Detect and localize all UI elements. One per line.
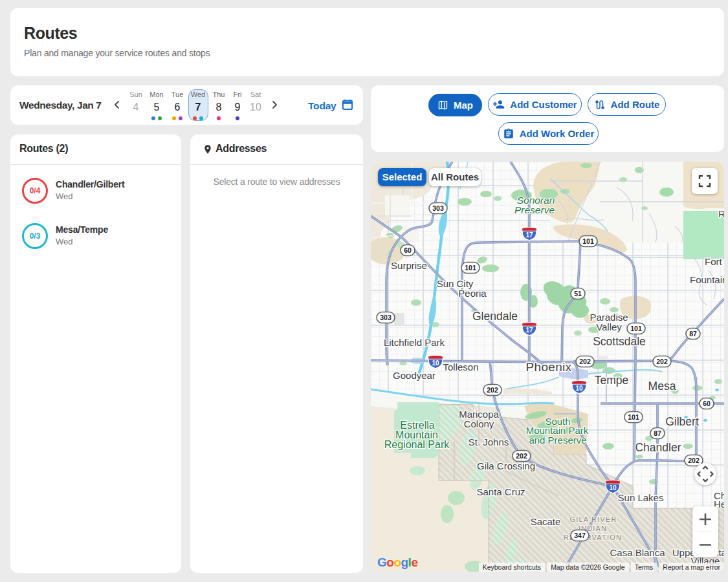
svg-text:St. Johns: St. Johns [469, 436, 509, 447]
svg-text:and Preserve: and Preserve [529, 435, 586, 446]
svg-text:Tempe: Tempe [595, 374, 629, 387]
svg-text:Chandler: Chandler [635, 441, 681, 454]
svg-text:202: 202 [656, 358, 668, 365]
svg-text:202: 202 [487, 386, 498, 394]
svg-text:60: 60 [404, 246, 412, 254]
svg-text:Sun Lakes: Sun Lakes [618, 492, 664, 503]
svg-text:Sacate: Sacate [531, 516, 561, 527]
svg-text:GILA RIVER: GILA RIVER [569, 515, 617, 523]
svg-text:Mesa: Mesa [648, 380, 676, 393]
svg-text:101: 101 [628, 413, 639, 421]
svg-text:10: 10 [432, 360, 439, 367]
svg-text:Litchfield Park: Litchfield Park [384, 337, 445, 348]
svg-text:Glendale: Glendale [472, 310, 518, 323]
svg-text:Colony: Colony [464, 418, 494, 429]
svg-text:Peoria: Peoria [458, 288, 487, 299]
svg-text:101: 101 [582, 237, 594, 245]
svg-text:303: 303 [380, 314, 392, 321]
svg-text:87: 87 [654, 429, 661, 437]
svg-text:Phoenix: Phoenix [526, 360, 572, 374]
svg-text:Surprise: Surprise [391, 260, 427, 271]
svg-text:Gila Crossing: Gila Crossing [477, 460, 535, 471]
svg-text:Gilbert: Gilbert [665, 415, 699, 428]
svg-text:Valley: Valley [596, 321, 622, 332]
svg-text:Casa Blanca: Casa Blanca [610, 547, 665, 558]
svg-text:Fountain Hills: Fountain Hills [690, 274, 724, 285]
svg-text:Goodyear: Goodyear [393, 370, 436, 381]
svg-text:101: 101 [465, 264, 476, 272]
svg-text:Fort McDowell: Fort McDowell [705, 256, 724, 267]
svg-text:10: 10 [575, 385, 583, 392]
svg-text:Rio Verde: Rio Verde [718, 208, 724, 219]
svg-text:Scottsdale: Scottsdale [593, 335, 646, 348]
svg-text:347: 347 [574, 532, 586, 539]
svg-text:17: 17 [525, 327, 533, 334]
svg-text:101: 101 [630, 325, 642, 332]
svg-text:51: 51 [574, 290, 582, 297]
svg-text:87: 87 [689, 330, 697, 338]
svg-text:10: 10 [609, 484, 617, 491]
svg-text:202: 202 [516, 452, 527, 460]
svg-text:Tolleson: Tolleson [443, 361, 478, 372]
svg-text:Regional Park: Regional Park [384, 439, 450, 450]
svg-text:17: 17 [525, 232, 533, 239]
svg-text:60: 60 [703, 400, 711, 407]
svg-text:303: 303 [432, 204, 444, 212]
svg-text:202: 202 [579, 358, 591, 365]
svg-text:Santa Cruz: Santa Cruz [476, 486, 525, 497]
svg-text:Preserve: Preserve [514, 204, 555, 215]
